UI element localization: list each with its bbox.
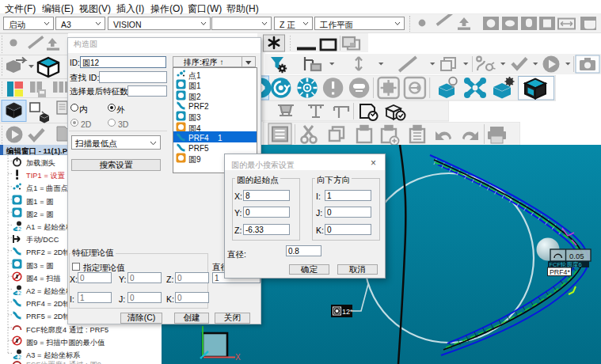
svg-text:12: 12 (15, 226, 21, 231)
svg-text:X: X (235, 353, 241, 362)
svg-text:12*: 12* (342, 308, 353, 316)
svg-text:PRF4*: PRF4* (550, 268, 570, 276)
svg-text:12: 12 (15, 290, 21, 295)
svg-text:0.05: 0.05 (569, 252, 584, 260)
